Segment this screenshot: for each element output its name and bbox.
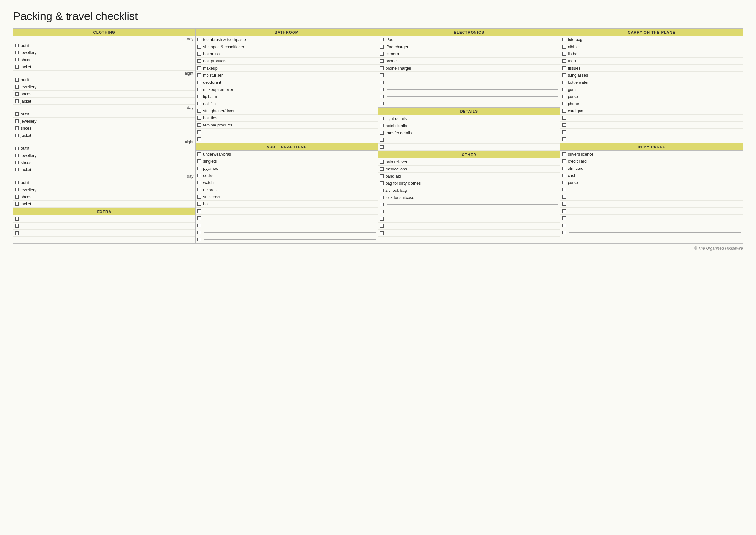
checkbox-icon[interactable] bbox=[562, 95, 566, 98]
checkbox-icon[interactable] bbox=[198, 152, 201, 156]
checkbox-icon[interactable] bbox=[380, 174, 384, 178]
checkbox-icon[interactable] bbox=[15, 92, 19, 96]
checkbox-icon[interactable] bbox=[15, 161, 19, 164]
checkbox-icon[interactable] bbox=[562, 130, 566, 134]
checkbox-icon[interactable] bbox=[15, 65, 19, 69]
checkbox-icon[interactable] bbox=[380, 52, 384, 56]
checkbox-icon[interactable] bbox=[15, 202, 19, 206]
checkbox-icon[interactable] bbox=[15, 112, 19, 116]
checkbox-icon[interactable] bbox=[380, 80, 384, 84]
checkbox-icon[interactable] bbox=[380, 196, 384, 199]
checkbox-icon[interactable] bbox=[562, 123, 566, 127]
checkbox-icon[interactable] bbox=[15, 181, 19, 184]
checkbox-icon[interactable] bbox=[198, 181, 201, 184]
checkbox-icon[interactable] bbox=[198, 130, 201, 134]
checkbox-icon[interactable] bbox=[198, 88, 201, 91]
checkbox-icon[interactable] bbox=[562, 174, 566, 177]
checkbox-icon[interactable] bbox=[15, 195, 19, 199]
checkbox-icon[interactable] bbox=[562, 223, 566, 227]
checkbox-icon[interactable] bbox=[562, 159, 566, 163]
checkbox-icon[interactable] bbox=[198, 80, 201, 84]
checkbox-icon[interactable] bbox=[562, 202, 566, 206]
checkbox-icon[interactable] bbox=[562, 102, 566, 105]
checkbox-icon[interactable] bbox=[380, 145, 384, 149]
checkbox-icon[interactable] bbox=[198, 202, 201, 206]
checkbox-icon[interactable] bbox=[380, 102, 384, 105]
checkbox-icon[interactable] bbox=[380, 203, 384, 206]
checkbox-icon[interactable] bbox=[562, 181, 566, 184]
checkbox-icon[interactable] bbox=[15, 85, 19, 89]
checkbox-icon[interactable] bbox=[15, 154, 19, 157]
checkbox-icon[interactable] bbox=[198, 116, 201, 120]
checkbox-icon[interactable] bbox=[562, 195, 566, 199]
checkbox-icon[interactable] bbox=[380, 59, 384, 63]
checkbox-icon[interactable] bbox=[562, 216, 566, 220]
checkbox-icon[interactable] bbox=[562, 188, 566, 191]
checkbox-icon[interactable] bbox=[562, 137, 566, 141]
checkbox-icon[interactable] bbox=[198, 52, 201, 56]
checkbox-icon[interactable] bbox=[15, 51, 19, 54]
checkbox-icon[interactable] bbox=[15, 217, 19, 221]
checkbox-icon[interactable] bbox=[198, 231, 201, 234]
checkbox-icon[interactable] bbox=[380, 38, 384, 42]
checkbox-icon[interactable] bbox=[198, 123, 201, 127]
checkbox-icon[interactable] bbox=[380, 217, 384, 221]
checkbox-icon[interactable] bbox=[15, 99, 19, 103]
checkbox-icon[interactable] bbox=[198, 45, 201, 48]
checkbox-icon[interactable] bbox=[15, 127, 19, 130]
checkbox-icon[interactable] bbox=[198, 195, 201, 199]
checkbox-icon[interactable] bbox=[380, 231, 384, 235]
checkbox-icon[interactable] bbox=[380, 131, 384, 134]
checkbox-icon[interactable] bbox=[562, 73, 566, 77]
checkbox-icon[interactable] bbox=[15, 58, 19, 62]
checkbox-icon[interactable] bbox=[15, 231, 19, 235]
checkbox-icon[interactable] bbox=[562, 116, 566, 120]
checkbox-icon[interactable] bbox=[562, 80, 566, 84]
checkbox-icon[interactable] bbox=[562, 152, 566, 156]
checkbox-icon[interactable] bbox=[15, 224, 19, 228]
checkbox-icon[interactable] bbox=[562, 209, 566, 213]
checkbox-icon[interactable] bbox=[15, 134, 19, 137]
checkbox-icon[interactable] bbox=[198, 174, 201, 177]
checkbox-icon[interactable] bbox=[380, 224, 384, 228]
checkbox-icon[interactable] bbox=[15, 147, 19, 150]
checkbox-icon[interactable] bbox=[380, 88, 384, 91]
checkbox-icon[interactable] bbox=[198, 109, 201, 113]
checkbox-icon[interactable] bbox=[562, 167, 566, 170]
checkbox-icon[interactable] bbox=[15, 78, 19, 81]
checkbox-icon[interactable] bbox=[380, 45, 384, 48]
checkbox-icon[interactable] bbox=[198, 188, 201, 191]
checkbox-icon[interactable] bbox=[198, 137, 201, 141]
checkbox-icon[interactable] bbox=[380, 95, 384, 98]
checkbox-icon[interactable] bbox=[380, 66, 384, 70]
checkbox-icon[interactable] bbox=[198, 216, 201, 220]
checkbox-icon[interactable] bbox=[380, 160, 384, 164]
checkbox-icon[interactable] bbox=[562, 45, 566, 48]
checkbox-icon[interactable] bbox=[198, 159, 201, 163]
checkbox-icon[interactable] bbox=[380, 188, 384, 192]
checkbox-icon[interactable] bbox=[380, 182, 384, 185]
checkbox-icon[interactable] bbox=[198, 209, 201, 213]
checkbox-icon[interactable] bbox=[198, 38, 201, 42]
checkbox-icon[interactable] bbox=[380, 210, 384, 213]
checkbox-icon[interactable] bbox=[380, 117, 384, 120]
checkbox-icon[interactable] bbox=[15, 44, 19, 47]
checkbox-icon[interactable] bbox=[198, 167, 201, 170]
checkbox-icon[interactable] bbox=[15, 168, 19, 171]
checkbox-icon[interactable] bbox=[198, 95, 201, 98]
checkbox-icon[interactable] bbox=[198, 102, 201, 105]
checkbox-icon[interactable] bbox=[198, 223, 201, 227]
checkbox-icon[interactable] bbox=[562, 231, 566, 234]
checkbox-icon[interactable] bbox=[198, 59, 201, 63]
checkbox-icon[interactable] bbox=[380, 138, 384, 142]
checkbox-icon[interactable] bbox=[562, 52, 566, 56]
checkbox-icon[interactable] bbox=[562, 66, 566, 70]
checkbox-icon[interactable] bbox=[562, 59, 566, 63]
checkbox-icon[interactable] bbox=[198, 66, 201, 70]
checkbox-icon[interactable] bbox=[198, 238, 201, 241]
checkbox-icon[interactable] bbox=[562, 88, 566, 91]
checkbox-icon[interactable] bbox=[15, 188, 19, 191]
checkbox-icon[interactable] bbox=[380, 167, 384, 171]
checkbox-icon[interactable] bbox=[380, 124, 384, 127]
checkbox-icon[interactable] bbox=[562, 38, 566, 42]
